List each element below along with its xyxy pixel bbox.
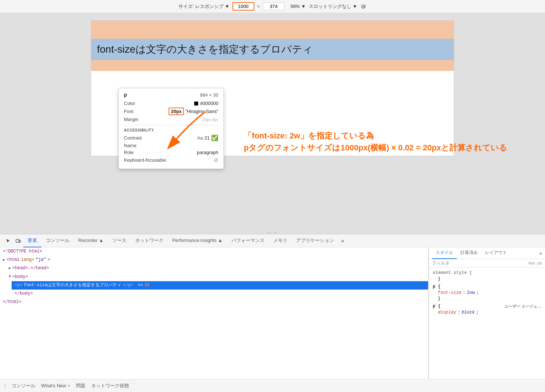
preview-title-bar: font-sizeは文字の大きさを指定するプロパティ [91,39,454,60]
head-triangle[interactable]: ▶ [9,266,11,271]
style-selector-element: element.style { [429,270,545,276]
style-selector-useragent: p { ユーザー エージェ… [429,303,545,310]
width-input[interactable] [233,2,254,11]
insp-contrast-label: Contrast [124,135,142,141]
tab-memory[interactable]: メモリ [269,234,292,247]
tab-network[interactable]: ネットワーク [131,234,168,247]
annotation-arrow [148,108,213,151]
device-icon-btn[interactable] [13,236,23,246]
style-block-p: p { font-size : 2vw ; } [429,283,545,302]
preview-footer-bar [91,60,454,71]
console-tab-network[interactable]: ネットワーク状態 [91,383,129,389]
tab-more[interactable]: » [338,238,347,244]
elem-body-close: </body> [12,290,428,298]
style-prop-font-size: font-size : 2vw ; [429,290,545,296]
menu-icon[interactable]: ⁝ [4,383,6,388]
elem-doctype: <!DOCTYPE html> [0,247,428,256]
html-triangle[interactable]: ▶ [3,257,5,263]
elem-html: ▶ <html lang="ja" > [0,256,428,264]
tab-application[interactable]: アプリケーション [292,234,338,247]
insp-keyboard-value: ⊘ [214,157,218,163]
drag-handle[interactable]: — — [0,230,545,234]
devtools-tabs: 要素 コンソール Recorder ▲ ソース ネットワーク Performan… [0,234,545,247]
styles-panel: スタイル 計算済み レイアウト » :hov .cls element.styl… [429,247,545,392]
tab-performance[interactable]: パフォーマンス [227,234,269,247]
whats-new-label: What's New [41,383,66,388]
insp-color-label: Color [124,101,135,106]
console-tab-console[interactable]: コンソール [12,383,35,389]
style-source-useragent: ユーザー エージェ… [504,304,541,309]
style-close-element: } [429,276,545,282]
styles-content: element.style { } p { font-size : 2vw ; … [429,267,545,392]
cursor-icon-btn[interactable] [3,236,13,246]
elem-p[interactable]: <p>font-sizeは文字の大きさを指定するプロパティ</p> == $0 [12,281,428,290]
style-close-p: } [429,296,545,302]
insp-dimensions: 984 × 30 [200,92,218,98]
whats-new-tab[interactable]: What's New × [41,383,70,388]
x-separator: × [257,4,260,9]
filter-pseudo[interactable]: :hov .cls [528,261,542,265]
insp-margin-label: Margin [124,117,138,122]
insp-name-label: Name [124,143,137,148]
style-prop-display: display : block ; [429,310,545,315]
styles-tabs: スタイル 計算済み レイアウト » [429,247,545,259]
slot-control[interactable]: スロットリングなし ▼ [309,3,357,10]
elem-html-close: </html> [0,298,428,306]
insp-role-label: Role [124,150,134,155]
rotate-icon[interactable] [360,3,367,10]
styles-filter-input[interactable] [432,260,525,266]
console-bar: ⁝ コンソール What's New × 問題 ネットワーク状態 [0,379,545,392]
svg-rect-1 [16,239,19,242]
insp-font-label: Font [124,109,133,114]
height-input[interactable] [263,3,284,10]
zoom-control[interactable]: 98% ▼ [290,4,306,9]
insp-keyboard-label: Keyboard-focusable [124,157,166,163]
style-block-useragent: p { ユーザー エージェ… display : block ; [429,303,545,315]
tab-performance-insights[interactable]: Performance insights ▲ [168,234,227,247]
devtools-main: <!DOCTYPE html> ▶ <html lang="ja" > ▶ <h… [0,247,545,392]
tab-console[interactable]: コンソール [41,234,74,247]
insp-color-value: #000000 [194,101,218,106]
whats-new-close[interactable]: × [68,383,70,388]
elem-body-open: ▼ <body> [6,273,428,281]
preview-title-text: font-sizeは文字の大きさを指定するプロパティ [97,44,313,55]
top-toolbar: サイズ: レスポンシブ ▼ × 98% ▼ スロットリングなし ▼ [0,0,545,13]
tab-sources[interactable]: ソース [108,234,131,247]
devtools-panel: 要素 コンソール Recorder ▲ ソース ネットワーク Performan… [0,234,545,392]
preview-header-bar [91,21,454,39]
size-label[interactable]: サイズ: レスポンシブ ▼ [178,3,230,10]
console-tab-issues[interactable]: 問題 [76,383,85,389]
preview-area: font-sizeは文字の大きさを指定するプロパティ p 984 × 30 Co… [0,13,545,230]
color-swatch [194,101,198,106]
body-triangle[interactable]: ▼ [9,274,11,280]
style-block-element: element.style { } [429,270,545,282]
drag-dots: — — [267,230,278,234]
style-tab-layout[interactable]: レイアウト [481,247,510,259]
annotation-text: 「font-size: 2w」を指定している為 pタグのフォントサイズは1000… [244,130,507,154]
style-selector-p: p { [429,283,545,290]
style-tab-computed[interactable]: 計算済み [457,247,481,259]
elem-head: ▶ <head>…</head> [6,264,428,272]
style-tab-styles[interactable]: スタイル [432,247,457,259]
preview-frame: font-sizeは文字の大きさを指定するプロパティ p 984 × 30 Co… [91,20,454,156]
svg-rect-2 [19,240,20,242]
tab-elements[interactable]: 要素 [23,234,41,247]
styles-more-btn[interactable]: » [539,250,542,256]
tab-recorder[interactable]: Recorder ▲ [74,234,108,247]
insp-element-name: p [124,92,127,98]
elements-panel: <!DOCTYPE html> ▶ <html lang="ja" > ▶ <h… [0,247,428,382]
styles-filter-bar: :hov .cls [429,259,545,267]
